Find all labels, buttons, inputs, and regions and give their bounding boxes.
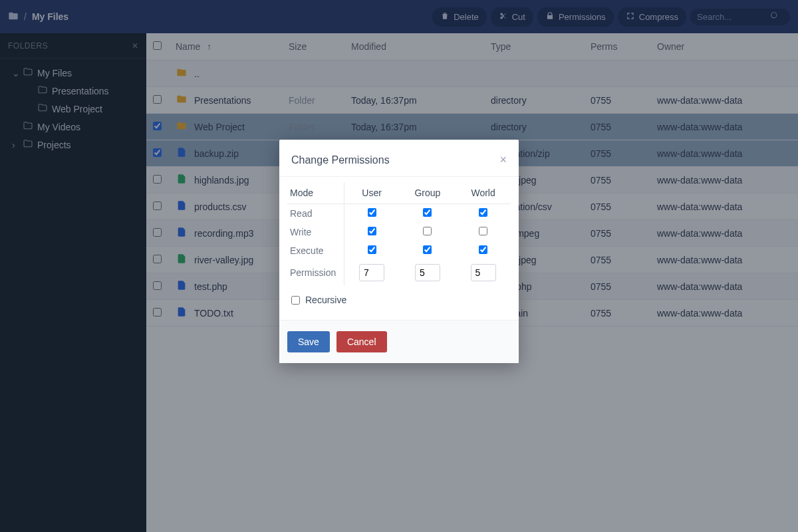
perm-write-group[interactable] — [423, 227, 432, 235]
modal-close[interactable]: × — [499, 153, 507, 167]
permissions-table: Mode User Group World ReadWriteExecutePe… — [287, 182, 511, 285]
perm-write-world[interactable] — [479, 227, 487, 235]
cancel-button[interactable]: Cancel — [336, 331, 387, 352]
perm-user: User — [362, 188, 382, 198]
perm-row-label: Read — [287, 204, 344, 223]
modal-title: Change Permissions — [291, 154, 390, 166]
perm-read-user[interactable] — [368, 208, 376, 217]
perm-row-label: Write — [287, 223, 344, 241]
perm-world: World — [471, 188, 495, 198]
recursive-label[interactable]: Recursive — [305, 295, 346, 305]
perm-execute-group[interactable] — [423, 245, 432, 254]
perm-read-world[interactable] — [479, 208, 487, 217]
perm-group: Group — [414, 188, 440, 198]
perm-octal-group[interactable] — [415, 264, 440, 281]
perm-mode: Mode — [290, 188, 313, 198]
perm-row-label: Execute — [287, 241, 344, 260]
perm-octal-world[interactable] — [471, 264, 496, 281]
save-button[interactable]: Save — [287, 331, 330, 352]
perm-read-group[interactable] — [423, 208, 432, 217]
permissions-modal: Change Permissions × Mode User Group Wor… — [279, 140, 519, 363]
perm-execute-user[interactable] — [368, 245, 376, 254]
perm-octal-user[interactable] — [359, 264, 384, 281]
perm-row-label: Permission — [287, 260, 344, 285]
perm-write-user[interactable] — [368, 227, 376, 235]
perm-execute-world[interactable] — [479, 245, 487, 254]
recursive-checkbox[interactable] — [291, 296, 300, 305]
